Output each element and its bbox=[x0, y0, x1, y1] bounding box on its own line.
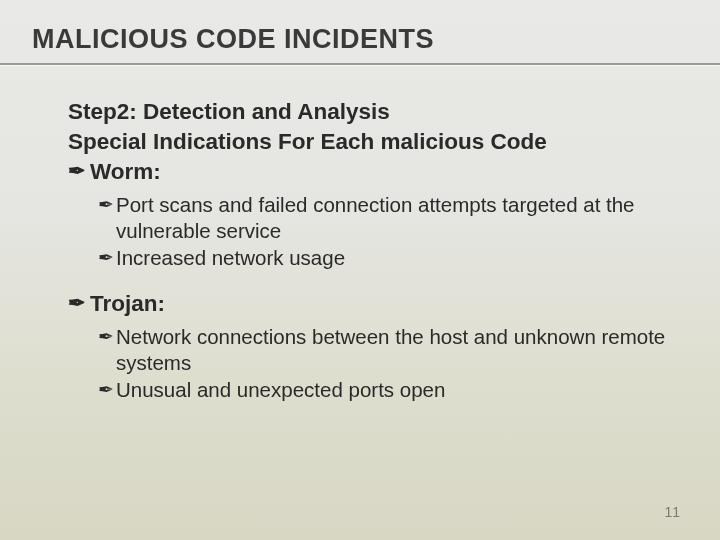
worm-label: Worm: bbox=[90, 158, 161, 186]
step-heading: Step2: Detection and Analysis bbox=[68, 98, 668, 126]
list-item-text: Port scans and failed connection attempt… bbox=[116, 192, 668, 243]
list-item: ✒ Unusual and unexpected ports open bbox=[98, 377, 668, 403]
spacer bbox=[68, 278, 668, 288]
worm-heading: ✒ Worm: bbox=[68, 158, 668, 186]
list-item-text: Network connections between the host and… bbox=[116, 324, 668, 375]
pen-icon: ✒ bbox=[68, 158, 86, 182]
trojan-heading: ✒ Trojan: bbox=[68, 290, 668, 318]
subheading: Special Indications For Each malicious C… bbox=[68, 128, 668, 156]
list-item: ✒ Network connections between the host a… bbox=[98, 324, 668, 375]
list-item: ✒ Increased network usage bbox=[98, 245, 668, 271]
slide: MALICIOUS CODE INCIDENTS Step2: Detectio… bbox=[0, 0, 720, 540]
pen-icon: ✒ bbox=[98, 192, 114, 214]
pen-icon: ✒ bbox=[98, 324, 114, 346]
pen-icon: ✒ bbox=[68, 290, 86, 314]
trojan-list: ✒ Network connections between the host a… bbox=[68, 324, 668, 402]
list-item-text: Increased network usage bbox=[116, 245, 345, 271]
trojan-label: Trojan: bbox=[90, 290, 165, 318]
page-number: 11 bbox=[664, 504, 680, 520]
title-underline bbox=[0, 63, 720, 66]
list-item-text: Unusual and unexpected ports open bbox=[116, 377, 445, 403]
pen-icon: ✒ bbox=[98, 245, 114, 267]
worm-list: ✒ Port scans and failed connection attem… bbox=[68, 192, 668, 270]
content-area: Step2: Detection and Analysis Special In… bbox=[32, 98, 688, 402]
pen-icon: ✒ bbox=[98, 377, 114, 399]
slide-title: MALICIOUS CODE INCIDENTS bbox=[32, 24, 688, 55]
list-item: ✒ Port scans and failed connection attem… bbox=[98, 192, 668, 243]
